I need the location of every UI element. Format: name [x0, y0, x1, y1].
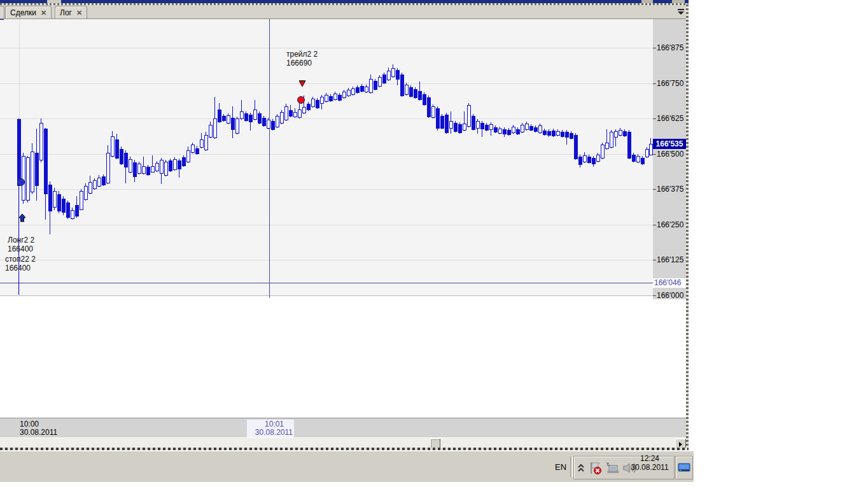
candle-body [57, 194, 61, 211]
candle-body [200, 139, 204, 148]
candle-body [342, 92, 346, 98]
candle-body [423, 94, 426, 105]
candle-body [75, 205, 79, 216]
candle-body [347, 90, 351, 96]
tab-clipped[interactable] [0, 6, 4, 19]
candle-body [489, 124, 493, 130]
candle-body [382, 74, 386, 83]
candle-body [619, 130, 622, 136]
screen: Сделки ✕ Лог ✕ трейл2 2 166690Лонг2 2 16… [0, 0, 868, 489]
candle-body [133, 162, 137, 177]
candle-body [538, 125, 542, 133]
collapse-chevrons-icon[interactable] [577, 463, 585, 473]
candle-body [596, 155, 600, 162]
network-icon[interactable] [605, 462, 619, 474]
candle-body [529, 126, 533, 131]
candle-body [240, 111, 244, 119]
candle-body [516, 129, 520, 134]
candle-body [316, 100, 319, 108]
candle-body [632, 155, 636, 162]
candle-body [271, 121, 275, 130]
candle-body [356, 87, 360, 93]
candle-body [44, 129, 48, 194]
trail-fill-dot-marker [297, 96, 305, 106]
price-label: 166'250 [657, 220, 683, 229]
candle-body [391, 68, 395, 77]
candle-body [320, 97, 324, 104]
axis-tick [653, 295, 656, 296]
stop-arrow-marker [18, 213, 27, 223]
bottom-dock-tabbar: Сделки ✕ Лог ✕ [0, 5, 689, 19]
price-label: 166'375 [657, 185, 683, 194]
candle-body [302, 107, 306, 113]
candle-body [400, 74, 404, 96]
language-indicator[interactable]: EN [552, 460, 569, 474]
gridline-h [0, 225, 653, 225]
candle-body [155, 163, 159, 171]
candle-body [146, 167, 150, 175]
tab-deals[interactable]: Сделки ✕ [5, 6, 52, 19]
candle-body [378, 77, 382, 87]
candle-body [293, 112, 297, 117]
candle-body [445, 115, 449, 133]
candle-body [311, 99, 315, 107]
candle-body [222, 116, 226, 121]
taskbar-clock[interactable]: 12:24 30.08.2011 [629, 454, 671, 472]
candle-body [178, 160, 181, 169]
candle-body [476, 121, 480, 129]
candlestick-chart[interactable]: трейл2 2 166690Лонг2 2 166400стоп22 2 16… [0, 19, 653, 296]
axis-tick [653, 83, 656, 84]
candle-body [284, 106, 288, 120]
price-label: 166'875 [657, 43, 683, 52]
candle-body [48, 185, 52, 211]
candle-body [578, 157, 582, 165]
candle-body [289, 110, 293, 117]
arrow-right-icon [679, 442, 682, 447]
time-tick-1000: 10:00 30.08.2011 [20, 420, 57, 437]
taskbar-divider [570, 457, 573, 477]
close-icon[interactable]: ✕ [76, 9, 82, 17]
candle-body [627, 132, 631, 159]
chevron-down-icon[interactable] [677, 7, 685, 16]
candle-body [610, 132, 613, 148]
candle-body [93, 180, 97, 189]
candle-body [191, 145, 195, 153]
candle-body [249, 115, 253, 122]
candle-body [111, 136, 115, 157]
axis-tick [653, 154, 656, 155]
candle-body [467, 105, 471, 127]
candle-body [436, 108, 440, 129]
candle-body [325, 95, 328, 102]
candle-body [26, 157, 30, 201]
trail-label: трейл2 2 166690 [286, 50, 318, 67]
security-alert-flag-icon[interactable] [588, 461, 602, 475]
price-label: 166'625 [657, 114, 683, 123]
candle-body [35, 153, 39, 186]
price-label: 166'500 [657, 150, 683, 159]
candle-body [253, 110, 257, 120]
candle-body [512, 127, 515, 133]
candle-body [97, 178, 101, 187]
close-icon[interactable]: ✕ [41, 9, 46, 17]
candle-body [623, 131, 627, 136]
candle-body [614, 131, 618, 138]
stop-level-line [0, 283, 653, 283]
tab-log[interactable]: Лог ✕ [55, 6, 87, 19]
candle-body [88, 182, 92, 194]
taskbar[interactable]: EN [0, 451, 694, 482]
time-axis[interactable]: 10:00 30.08.2011 10:01 30.08.2011 [0, 418, 686, 437]
price-axis[interactable]: 166'875166'750166'625166'500166'375166'2… [653, 19, 686, 299]
candle-body [405, 85, 409, 95]
candle-body [204, 135, 208, 150]
candle-body [369, 79, 373, 93]
candle-body [463, 124, 466, 131]
candle-body [142, 166, 146, 174]
price-label: 166'000 [657, 291, 683, 300]
candle-body [280, 112, 284, 124]
candle-body [587, 157, 591, 163]
candle-body [498, 129, 502, 134]
candle-body [409, 87, 413, 97]
candle-body [164, 162, 168, 176]
show-desktop-button[interactable] [675, 456, 693, 479]
candle-body [84, 186, 88, 200]
